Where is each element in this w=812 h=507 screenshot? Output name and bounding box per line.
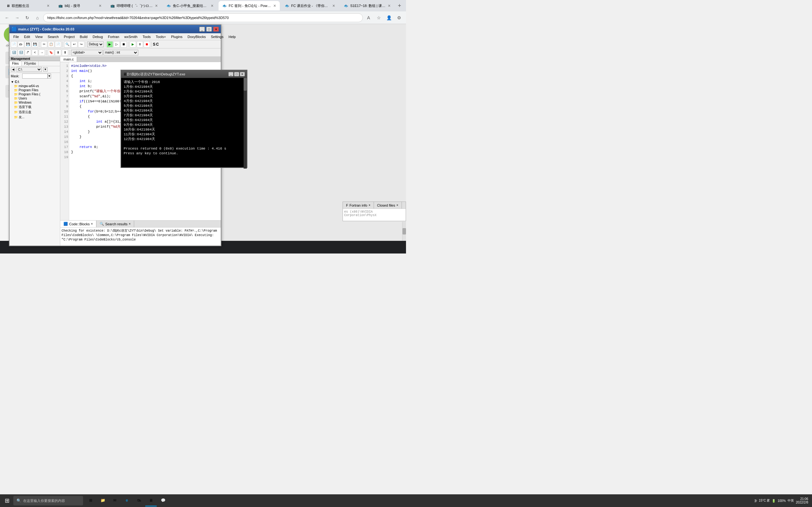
menu-view[interactable]: View <box>33 34 45 39</box>
tb-run[interactable]: ▷ <box>113 41 120 48</box>
right-tab-closed-files[interactable]: Closed files × <box>374 202 402 209</box>
tb2-1[interactable]: 🔙 <box>11 49 17 56</box>
tb2-prev-bookmark[interactable]: ⬆ <box>62 49 68 56</box>
menu-build[interactable]: Build <box>77 34 90 39</box>
reload-button[interactable]: ↻ <box>23 13 32 22</box>
tab-3[interactable]: 📺 哔哩哔哩 (゜-゜)つロ 干杯~ × <box>107 1 161 10</box>
drive-select[interactable]: C:\ <box>16 67 42 72</box>
panel-tab-fsymbols[interactable]: FSymbo <box>21 61 39 66</box>
menu-wxsmith[interactable]: wxSmith <box>122 34 140 39</box>
scrollbar-thumb[interactable] <box>403 228 406 234</box>
tab-4-close[interactable]: × <box>211 3 213 8</box>
tb2-goto[interactable]: → <box>39 49 45 56</box>
tree-item-xunlei-cloud[interactable]: 📁 迅雷云盘 <box>10 110 59 115</box>
maximize-button[interactable]: □ <box>206 26 212 32</box>
tree-item-users[interactable]: 📁 Users <box>10 96 59 101</box>
log-tab-search-close[interactable]: × <box>129 222 131 226</box>
new-tab-button[interactable]: + <box>396 1 403 10</box>
mask-apply-button[interactable]: ▼ <box>48 73 51 78</box>
tb-copy[interactable]: 📋 <box>48 41 54 48</box>
tb2-uncomment[interactable]: < <box>32 49 38 56</box>
tab-6-close[interactable]: × <box>333 3 335 8</box>
tree-item-mingw[interactable]: 📁 mingw-w64-vs <box>10 84 59 88</box>
closed-files-tab-close[interactable]: × <box>397 204 398 207</box>
tree-item-windows[interactable]: 📁 Windows <box>10 101 59 105</box>
tb-undo[interactable]: ↩ <box>71 41 78 48</box>
menu-debug[interactable]: Debug <box>90 34 105 39</box>
log-tab-cb-close[interactable]: × <box>91 222 93 226</box>
tb-save[interactable]: 💾 <box>25 41 31 48</box>
tb-open[interactable]: 🗁 <box>18 41 24 48</box>
tb-stop[interactable]: ⏹ <box>120 41 127 48</box>
tb-debug-start[interactable]: ▶ <box>130 41 136 48</box>
nav-up-button[interactable]: ◀ <box>11 67 15 72</box>
tree-item-programfilesx86[interactable]: 📁 Program Files ( <box>10 92 59 96</box>
tab-3-close[interactable]: × <box>155 3 158 8</box>
menu-fortran[interactable]: Fortran <box>105 34 121 39</box>
codeblocks-titlebar[interactable]: 🟦 main.c [ZYT] - Code::Blocks 20.03 _ □ … <box>9 25 221 33</box>
tab-7[interactable]: 🐟 S1E17~18: 数组 | 课后测... × <box>340 1 394 10</box>
tb-build-run[interactable]: ▶ <box>107 41 113 48</box>
tree-item-xunlei-dl[interactable]: 📁 迅雷下载 <box>10 105 59 110</box>
tab-1-close[interactable]: × <box>47 3 49 8</box>
tb2-comment[interactable]: /* <box>25 49 31 56</box>
tab-4[interactable]: 🐟 鱼C-小甲鱼_搜索结果_哔... × <box>163 1 217 10</box>
console-minimize[interactable]: _ <box>229 72 234 76</box>
profile-button[interactable]: 👤 <box>385 13 393 22</box>
menu-tools[interactable]: Tools <box>140 34 153 39</box>
debug-dropdown[interactable]: Debug <box>87 42 104 47</box>
tb-paste[interactable]: 📄 <box>55 41 61 48</box>
tree-item-c[interactable]: ▼ C:\ <box>10 80 59 84</box>
tab-2-close[interactable]: × <box>99 3 101 8</box>
tb-redo[interactable]: ↪ <box>78 41 84 48</box>
forward-button[interactable]: → <box>13 13 21 22</box>
address-bar[interactable] <box>43 13 363 22</box>
tb-new[interactable]: 📄 <box>11 41 17 48</box>
close-button[interactable]: ✕ <box>213 26 219 32</box>
tree-item-friends[interactable]: 📁 友... <box>10 115 59 120</box>
tb2-2[interactable]: 🔜 <box>18 49 24 56</box>
tab-5[interactable]: 🐟 FC 签到 - 鱼C论坛 - Powered ... × <box>218 1 280 10</box>
menu-edit[interactable]: Edit <box>21 34 33 39</box>
tab-6[interactable]: 🐟 FC 课后作业 - 《带你学C带... × <box>281 1 339 10</box>
tb-cut[interactable]: ✂ <box>41 41 47 48</box>
tab-2[interactable]: 📺 b站 - 搜寻 × <box>55 1 105 10</box>
translate-button[interactable]: A <box>364 13 373 22</box>
minimize-button[interactable]: _ <box>199 26 205 32</box>
menu-project[interactable]: Project <box>61 34 77 39</box>
scope-global-select[interactable]: <global> <box>71 50 103 55</box>
tree-item-programfiles[interactable]: 📁 Program Files <box>10 88 59 92</box>
tb-find[interactable]: 🔍 <box>64 41 70 48</box>
console-scrollbar-thumb[interactable] <box>244 78 247 91</box>
menu-settings[interactable]: Settings <box>208 34 226 39</box>
tab-1[interactable]: 🖥 联想酷生活 × <box>3 1 53 10</box>
menu-help[interactable]: Help <box>226 34 238 39</box>
tb-debug-pause[interactable]: ⏸ <box>137 41 143 48</box>
logs-tab-codeblocks[interactable]: 🟦 Code::Blocks × <box>60 221 96 227</box>
menu-plugins[interactable]: Plugins <box>168 34 185 39</box>
console-close[interactable]: ✕ <box>240 72 245 76</box>
tab-5-close[interactable]: × <box>273 3 276 8</box>
nav-down-button[interactable]: ▼ <box>43 67 48 72</box>
editor-tab-mainc[interactable]: main.c <box>60 57 77 62</box>
tb2-bookmark[interactable]: 🔖 <box>48 49 54 56</box>
menu-toolsplus[interactable]: Tools+ <box>153 34 168 39</box>
favorites-button[interactable]: ☆ <box>374 13 383 22</box>
menu-doxyblocks[interactable]: DoxyBlocks <box>185 34 208 39</box>
right-tab-fortran[interactable]: F Fortran info × <box>343 202 374 209</box>
logs-tab-search[interactable]: 🔍 Search results × <box>96 221 134 227</box>
tb-save-all[interactable]: 💾 <box>32 41 38 48</box>
extensions-button[interactable]: ⚙ <box>395 13 403 22</box>
tab-7-close[interactable]: × <box>388 3 391 8</box>
mask-input[interactable] <box>22 73 48 78</box>
tb-debug-stop[interactable]: ⏹ <box>144 41 150 48</box>
tb2-next-bookmark[interactable]: ⬇ <box>55 49 61 56</box>
menu-search[interactable]: Search <box>45 34 61 39</box>
menu-file[interactable]: File <box>11 34 21 39</box>
console-titlebar[interactable]: 🖥 D:\我的c语言\ZYT\bin\Debug\ZYT.exe _ □ ✕ <box>121 70 247 78</box>
console-maximize[interactable]: □ <box>234 72 239 76</box>
logs-scrollbar[interactable] <box>402 222 406 241</box>
home-button[interactable]: ⌂ <box>33 13 42 22</box>
console-scrollbar[interactable] <box>244 78 247 169</box>
fortran-tab-close[interactable]: × <box>368 204 370 207</box>
